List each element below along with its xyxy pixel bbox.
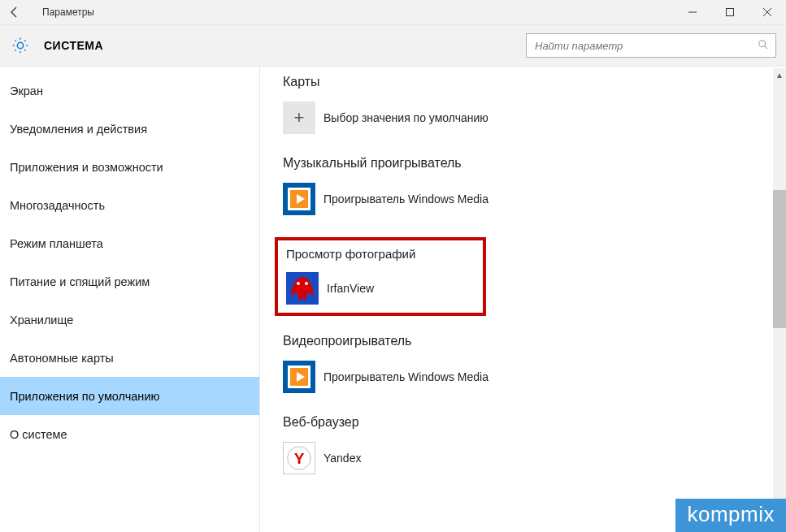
sidebar-item-notifications[interactable]: Уведомления и действия bbox=[0, 110, 259, 148]
scrollbar[interactable]: ▲ ▼ bbox=[773, 68, 786, 532]
content-panel: Карты + Выбор значения по умолчанию Музы… bbox=[260, 67, 786, 532]
group-heading: Веб-браузер bbox=[283, 415, 786, 430]
svg-point-6 bbox=[305, 282, 308, 285]
watermark: kompmix bbox=[675, 499, 786, 532]
default-app-group-maps: Карты + Выбор значения по умолчанию bbox=[283, 75, 786, 135]
sidebar-item-offline-maps[interactable]: Автономные карты bbox=[0, 339, 259, 377]
windows-media-player-icon bbox=[283, 361, 315, 393]
app-label: Проигрыватель Windows Media bbox=[324, 370, 489, 383]
app-label: IrfanView bbox=[327, 282, 374, 295]
window-controls bbox=[674, 0, 786, 24]
scroll-thumb[interactable] bbox=[773, 190, 786, 328]
sidebar-item-power-sleep[interactable]: Питание и спящий режим bbox=[0, 262, 259, 301]
settings-gear-icon bbox=[11, 37, 29, 54]
sidebar-item-label: Питание и спящий режим bbox=[10, 275, 150, 288]
sidebar-item-label: Приложения и возможности bbox=[10, 161, 163, 174]
sidebar-item-display[interactable]: Экран bbox=[0, 71, 259, 110]
sidebar-item-storage[interactable]: Хранилище bbox=[0, 301, 259, 339]
minimize-button[interactable] bbox=[674, 0, 711, 24]
app-label: Проигрыватель Windows Media bbox=[324, 192, 489, 205]
maximize-button[interactable] bbox=[711, 0, 749, 24]
sidebar-item-label: Автономные карты bbox=[10, 352, 114, 365]
windows-media-player-icon bbox=[283, 183, 315, 215]
sidebar-item-label: Уведомления и действия bbox=[10, 123, 147, 136]
sidebar-item-label: О системе bbox=[10, 428, 67, 441]
maximize-icon bbox=[726, 8, 734, 16]
page-title: СИСТЕМА bbox=[44, 39, 103, 52]
yandex-icon: Y bbox=[283, 442, 315, 474]
sidebar-item-apps-features[interactable]: Приложения и возможности bbox=[0, 148, 259, 186]
app-label: Yandex bbox=[324, 452, 361, 465]
window-title: Параметры bbox=[42, 6, 94, 18]
sidebar-item-multitasking[interactable]: Многозадачность bbox=[0, 186, 259, 224]
svg-point-5 bbox=[297, 282, 300, 285]
titlebar: Параметры bbox=[0, 0, 786, 25]
sidebar-item-label: Приложения по умолчанию bbox=[10, 390, 159, 403]
sidebar: Экран Уведомления и действия Приложения … bbox=[0, 67, 260, 532]
sidebar-item-label: Режим планшета bbox=[10, 237, 103, 250]
search-box[interactable] bbox=[526, 33, 776, 58]
svg-point-1 bbox=[759, 40, 766, 46]
sidebar-item-tablet-mode[interactable]: Режим планшета bbox=[0, 224, 259, 262]
choose-default-maps[interactable]: + Выбор значения по умолчанию bbox=[283, 101, 786, 135]
choose-default-music[interactable]: Проигрыватель Windows Media bbox=[283, 182, 786, 216]
sidebar-item-label: Хранилище bbox=[10, 314, 73, 327]
sidebar-item-about[interactable]: О системе bbox=[0, 415, 259, 453]
group-heading: Видеопроигрыватель bbox=[283, 334, 786, 348]
group-heading: Карты bbox=[283, 75, 786, 89]
sidebar-item-default-apps[interactable]: Приложения по умолчанию bbox=[0, 377, 259, 415]
irfanview-icon bbox=[286, 272, 319, 305]
plus-icon: + bbox=[283, 102, 315, 134]
sidebar-item-label: Многозадачность bbox=[10, 199, 105, 212]
default-app-group-browser: Веб-браузер Y Yandex bbox=[283, 415, 786, 475]
back-button[interactable] bbox=[8, 6, 36, 19]
svg-text:Y: Y bbox=[294, 450, 305, 467]
header: СИСТЕМА bbox=[0, 25, 786, 67]
sidebar-item-label: Экран bbox=[10, 84, 43, 97]
default-app-group-video: Видеопроигрыватель Проигрыватель Windows… bbox=[283, 334, 786, 394]
close-button[interactable] bbox=[749, 0, 786, 24]
choose-default-browser[interactable]: Y Yandex bbox=[283, 441, 786, 475]
close-icon bbox=[763, 8, 771, 16]
default-app-group-music: Музыкальный проигрыватель Проигрыватель … bbox=[283, 156, 786, 216]
scroll-up-button[interactable]: ▲ bbox=[773, 68, 786, 81]
arrow-left-icon bbox=[8, 6, 21, 19]
group-heading: Просмотр фотографий bbox=[286, 247, 475, 261]
group-heading: Музыкальный проигрыватель bbox=[283, 156, 786, 171]
choose-default-video[interactable]: Проигрыватель Windows Media bbox=[283, 360, 786, 394]
search-icon bbox=[758, 39, 769, 53]
search-input[interactable] bbox=[533, 39, 758, 53]
minimize-icon bbox=[688, 8, 697, 16]
choose-default-photos[interactable]: IrfanView bbox=[286, 272, 475, 305]
default-app-group-photos-highlight: Просмотр фотографий IrfanView bbox=[275, 237, 486, 316]
svg-rect-0 bbox=[727, 9, 734, 16]
app-label: Выбор значения по умолчанию bbox=[324, 111, 489, 124]
